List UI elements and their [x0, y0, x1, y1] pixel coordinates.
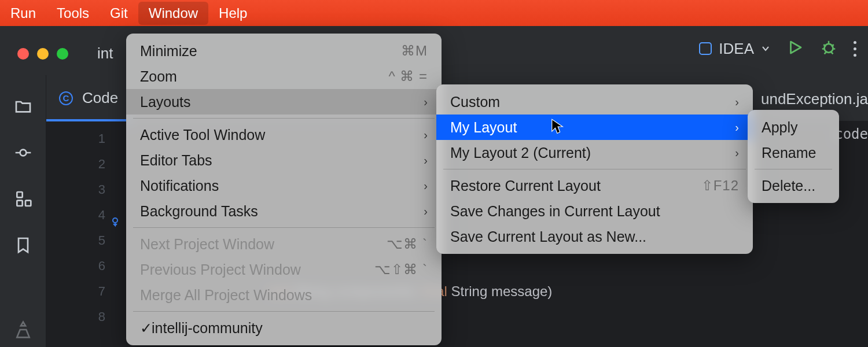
menu-item-background-tasks[interactable]: Background Tasks› — [126, 198, 442, 224]
line-gutter: 1 2 3 4 5 6 7 8 — [46, 121, 122, 347]
menu-git[interactable]: Git — [100, 2, 138, 25]
editor-tab-partial[interactable]: undException.ja — [761, 90, 868, 108]
line-number: 4 — [46, 202, 105, 228]
menu-separator — [133, 118, 435, 119]
menu-separator — [755, 169, 832, 169]
class-icon: C — [59, 91, 73, 105]
line-number: 8 — [46, 304, 105, 330]
shortcut: ⌥⇧⌘ ` — [374, 261, 428, 278]
shortcut: ⌘M — [401, 43, 428, 59]
kebab-dot — [854, 41, 856, 44]
menubar: Run Tools Git Window Help — [0, 0, 868, 26]
chevron-right-icon: › — [424, 179, 428, 193]
line-number: 2 — [46, 152, 105, 177]
menu-item-zoom[interactable]: Zoom^ ⌘ = — [126, 64, 442, 89]
run-button[interactable] — [786, 39, 804, 58]
menu-item-notifications[interactable]: Notifications› — [126, 173, 442, 198]
menu-item-editor-tabs[interactable]: Editor Tabs› — [126, 147, 442, 173]
chevron-right-icon: › — [735, 121, 739, 134]
chevron-right-icon: › — [735, 95, 739, 109]
chevron-right-icon: › — [424, 205, 428, 218]
menu-tools[interactable]: Tools — [46, 2, 100, 25]
kebab-dot — [854, 54, 856, 57]
tab-label: Code — [82, 89, 118, 107]
menu-item-save-changes-layout[interactable]: Save Changes in Current Layout — [436, 198, 753, 224]
line-number: 3 — [46, 177, 105, 202]
close-window-button[interactable] — [17, 48, 29, 60]
project-name: int — [97, 45, 113, 62]
svg-rect-2 — [17, 192, 22, 197]
menu-item-next-project-window: Next Project Window⌥⌘ ` — [126, 231, 442, 257]
commit-tool-icon[interactable] — [14, 143, 32, 164]
menu-item-layouts[interactable]: Layouts› — [126, 89, 442, 115]
structure-tool-icon[interactable] — [14, 190, 32, 211]
line-number: 6 — [46, 253, 105, 279]
minimize-window-button[interactable] — [37, 48, 49, 60]
svg-point-1 — [20, 150, 26, 156]
chevron-right-icon: › — [735, 146, 739, 160]
kebab-dot — [854, 47, 856, 50]
zoom-window-button[interactable] — [57, 48, 68, 60]
run-config-icon — [699, 42, 712, 55]
toolbar-right: IDEA — [699, 39, 856, 58]
shortcut: ⌥⌘ ` — [387, 236, 428, 252]
chevron-right-icon: › — [424, 128, 428, 142]
layouts-submenu: Custom› My Layout› My Layout 2 (Current)… — [436, 84, 753, 254]
menu-window[interactable]: Window — [138, 2, 208, 25]
menu-item-my-layout[interactable]: My Layout› — [436, 115, 753, 140]
bookmarks-tool-icon[interactable] — [14, 236, 32, 257]
menu-item-minimize[interactable]: Minimize⌘M — [126, 38, 442, 64]
menu-item-custom[interactable]: Custom› — [436, 89, 753, 115]
menu-separator — [133, 311, 435, 312]
menu-item-my-layout-2[interactable]: My Layout 2 (Current)› — [436, 140, 753, 165]
menu-item-rename[interactable]: Rename — [748, 140, 839, 165]
editor-tab-active[interactable]: C Code — [46, 75, 131, 121]
svg-point-5 — [113, 218, 117, 223]
line-number: 5 — [46, 228, 105, 253]
run-config-selector[interactable]: IDEA — [699, 40, 770, 58]
menu-separator — [443, 169, 746, 169]
chevron-right-icon: › — [424, 95, 428, 109]
run-config-label: IDEA — [719, 40, 754, 58]
shortcut: ⇧F12 — [701, 178, 739, 194]
menu-item-active-tool-window[interactable]: Active Tool Window› — [126, 122, 442, 147]
more-actions-button[interactable] — [854, 41, 856, 57]
svg-rect-4 — [25, 201, 31, 206]
implements-gutter-icon[interactable] — [110, 211, 120, 236]
my-layout-submenu: Apply Rename Delete... — [748, 110, 839, 203]
left-toolstrip — [0, 75, 46, 347]
window-menu: Minimize⌘M Zoom^ ⌘ = Layouts› Active Too… — [126, 34, 442, 345]
menu-help[interactable]: Help — [208, 2, 258, 25]
menu-item-apply[interactable]: Apply — [748, 115, 839, 140]
chevron-down-icon — [761, 44, 770, 53]
menu-run[interactable]: Run — [0, 2, 46, 25]
svg-rect-3 — [17, 201, 22, 206]
debug-button[interactable] — [820, 39, 837, 58]
project-tool-icon[interactable] — [14, 97, 32, 118]
menu-item-previous-project-window: Previous Project Window⌥⇧⌘ ` — [126, 257, 442, 282]
chevron-right-icon: › — [424, 154, 428, 167]
shortcut: ^ ⌘ = — [388, 68, 428, 84]
line-number: 1 — [46, 126, 105, 152]
menu-item-save-layout-as-new[interactable]: Save Current Layout as New... — [436, 224, 753, 249]
build-tool-icon[interactable] — [14, 320, 32, 341]
menu-separator — [133, 227, 435, 228]
code-fragment-right: code — [834, 126, 868, 142]
line-number: 7 — [46, 279, 105, 304]
menu-item-project-intellij-community[interactable]: ✓intellij-community — [126, 315, 442, 341]
svg-point-0 — [825, 44, 833, 53]
traffic-lights — [17, 48, 68, 60]
menu-item-merge-all-windows: Merge All Project Windows — [126, 282, 442, 308]
menu-item-restore-current-layout[interactable]: Restore Current Layout⇧F12 — [436, 173, 753, 198]
check-icon: ✓ — [140, 320, 152, 337]
menu-item-delete[interactable]: Delete... — [748, 173, 839, 198]
